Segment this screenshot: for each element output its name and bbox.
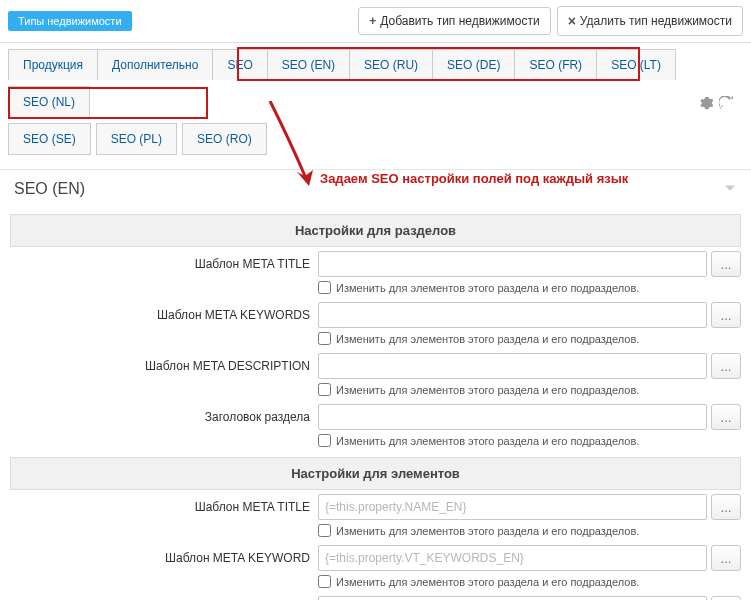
tab-seo-nl[interactable]: SEO (NL): [8, 86, 90, 117]
chk-label: Изменить для элементов этого раздела и е…: [336, 384, 639, 396]
label-el-meta-keyword: Шаблон META KEYWORD: [10, 545, 310, 565]
chk-label: Изменить для элементов этого раздела и е…: [336, 576, 639, 588]
chevron-down-icon: [723, 181, 737, 198]
chk-label: Изменить для элементов этого раздела и е…: [336, 525, 639, 537]
tab-product[interactable]: Продукция: [8, 49, 98, 80]
chk-meta-title[interactable]: [318, 281, 331, 294]
chk-meta-keywords[interactable]: [318, 332, 331, 345]
label-meta-keywords: Шаблон META KEYWORDS: [10, 302, 310, 322]
label-el-meta-title: Шаблон META TITLE: [10, 494, 310, 514]
more-button[interactable]: ...: [711, 302, 741, 328]
checkbox-row[interactable]: Изменить для элементов этого раздела и е…: [318, 524, 741, 537]
tab-seo-en[interactable]: SEO (EN): [267, 49, 350, 80]
tab-seo[interactable]: SEO: [212, 49, 267, 80]
input-meta-keywords[interactable]: [318, 302, 707, 328]
label-meta-description: Шаблон META DESCRIPTION: [10, 353, 310, 373]
checkbox-row[interactable]: Изменить для элементов этого раздела и е…: [318, 434, 741, 447]
section-header[interactable]: SEO (EN): [0, 169, 751, 208]
reload-icon[interactable]: [719, 96, 733, 113]
chk-meta-description[interactable]: [318, 383, 331, 396]
tab-seo-de[interactable]: SEO (DE): [432, 49, 515, 80]
row-section-meta-keywords: Шаблон META KEYWORDS ... Изменить для эл…: [10, 298, 741, 349]
add-type-button[interactable]: Добавить тип недвижимости: [358, 7, 550, 35]
input-meta-description[interactable]: [318, 353, 707, 379]
tab-seo-fr[interactable]: SEO (FR): [514, 49, 597, 80]
add-type-label: Добавить тип недвижимости: [380, 14, 539, 28]
row-el-meta-keyword: Шаблон META KEYWORD ... Изменить для эле…: [10, 541, 741, 592]
realty-types-tag[interactable]: Типы недвижимости: [8, 11, 132, 31]
chk-label: Изменить для элементов этого раздела и е…: [336, 282, 639, 294]
checkbox-row[interactable]: Изменить для элементов этого раздела и е…: [318, 383, 741, 396]
section-title: SEO (EN): [14, 180, 85, 198]
chk-label: Изменить для элементов этого раздела и е…: [336, 333, 639, 345]
tab-seo-lt[interactable]: SEO (LT): [596, 49, 676, 80]
input-el-meta-title[interactable]: [318, 494, 707, 520]
row-section-meta-description: Шаблон META DESCRIPTION ... Изменить для…: [10, 349, 741, 400]
tab-additional[interactable]: Дополнительно: [97, 49, 213, 80]
label-el-meta-description: Шаблон META DESCRIPTION: [10, 596, 310, 600]
label-meta-title: Шаблон META TITLE: [10, 251, 310, 271]
checkbox-row[interactable]: Изменить для элементов этого раздела и е…: [318, 575, 741, 588]
more-button[interactable]: ...: [711, 404, 741, 430]
chk-section-heading[interactable]: [318, 434, 331, 447]
row-section-heading: Заголовок раздела ... Изменить для элеме…: [10, 400, 741, 451]
group-sections-title: Настройки для разделов: [10, 214, 741, 247]
tab-seo-ro[interactable]: SEO (RO): [182, 123, 267, 155]
delete-type-button[interactable]: Удалить тип недвижимости: [557, 6, 743, 36]
more-button[interactable]: ...: [711, 596, 741, 600]
chk-el-meta-keyword[interactable]: [318, 575, 331, 588]
input-meta-title[interactable]: [318, 251, 707, 277]
x-icon: [568, 13, 576, 29]
panel-body: Настройки для разделов Шаблон META TITLE…: [0, 214, 751, 600]
chk-el-meta-title[interactable]: [318, 524, 331, 537]
input-section-heading[interactable]: [318, 404, 707, 430]
plus-icon: [369, 14, 376, 28]
delete-type-label: Удалить тип недвижимости: [580, 14, 732, 28]
input-el-meta-description[interactable]: [318, 596, 707, 600]
label-section-heading: Заголовок раздела: [10, 404, 310, 424]
tabs-row-1: Продукция Дополнительно SEO SEO (EN) SEO…: [0, 43, 751, 123]
tabs-row-2: SEO (SE) SEO (PL) SEO (RO): [0, 123, 751, 169]
row-section-meta-title: Шаблон META TITLE ... Изменить для элеме…: [10, 247, 741, 298]
chk-label: Изменить для элементов этого раздела и е…: [336, 435, 639, 447]
gear-icon[interactable]: [699, 96, 713, 113]
tab-seo-pl[interactable]: SEO (PL): [96, 123, 177, 155]
tab-seo-ru[interactable]: SEO (RU): [349, 49, 433, 80]
row-el-meta-description: Шаблон META DESCRIPTION ... Изменить для…: [10, 592, 741, 600]
more-button[interactable]: ...: [711, 251, 741, 277]
tab-tools: [699, 96, 743, 113]
more-button[interactable]: ...: [711, 494, 741, 520]
row-el-meta-title: Шаблон META TITLE ... Изменить для элеме…: [10, 490, 741, 541]
more-button[interactable]: ...: [711, 353, 741, 379]
more-button[interactable]: ...: [711, 545, 741, 571]
group-elements-title: Настройки для элементов: [10, 457, 741, 490]
checkbox-row[interactable]: Изменить для элементов этого раздела и е…: [318, 281, 741, 294]
tabs-container: Продукция Дополнительно SEO SEO (EN) SEO…: [0, 43, 751, 169]
checkbox-row[interactable]: Изменить для элементов этого раздела и е…: [318, 332, 741, 345]
top-bar: Типы недвижимости Добавить тип недвижимо…: [0, 0, 751, 43]
input-el-meta-keyword[interactable]: [318, 545, 707, 571]
tab-seo-se[interactable]: SEO (SE): [8, 123, 91, 155]
